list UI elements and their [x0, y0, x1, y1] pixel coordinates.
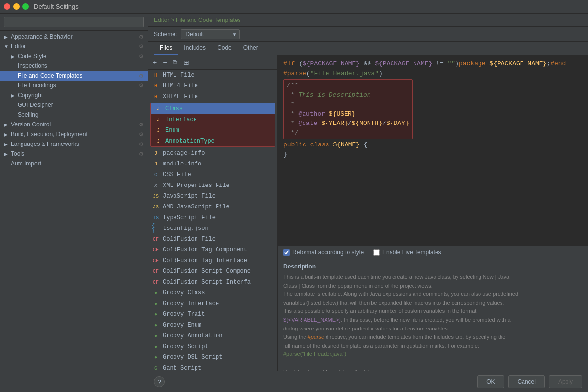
list-item[interactable]: CF ColdFusion Tag Interface: [148, 255, 277, 266]
minimize-button[interactable]: [13, 3, 20, 10]
sidebar-item-tools[interactable]: ▶ Tools ⚙: [0, 149, 148, 159]
sidebar-item-languages[interactable]: ▶ Languages & Frameworks ⚙: [0, 139, 148, 149]
file-item-label: HTML File: [163, 72, 195, 79]
file-item-label: Groovy Enum: [163, 322, 201, 329]
arrow-icon: [11, 63, 17, 69]
reformat-checkbox[interactable]: [283, 249, 290, 256]
xml-icon: X: [152, 182, 160, 189]
file-item-label: XHTML File: [163, 93, 198, 100]
list-item[interactable]: ● Groovy Class: [148, 288, 277, 298]
groovy-icon: ●: [152, 310, 160, 318]
description-area: Description This is a built-in template …: [278, 259, 588, 371]
comment-block: /** * This is Description * * @author ${…: [283, 79, 413, 139]
checkbox-row: Reformat according to style Enable Live …: [283, 249, 582, 256]
ok-button[interactable]: OK: [477, 375, 504, 388]
file-item-label: ColdFusion Tag Interface: [163, 257, 247, 264]
search-input[interactable]: [4, 17, 144, 27]
list-item[interactable]: ● Groovy Interface: [148, 298, 277, 309]
cancel-button[interactable]: Cancel: [508, 375, 545, 388]
js-icon: JS: [152, 192, 160, 200]
arrow-icon: [11, 112, 17, 118]
list-item[interactable]: CF ColdFusion File: [148, 234, 277, 245]
scheme-select-wrapper[interactable]: Default ▼: [181, 29, 240, 39]
sidebar-item-inspections[interactable]: Inspections: [0, 61, 148, 71]
list-item[interactable]: CF ColdFusion Tag Component: [148, 245, 277, 255]
help-button[interactable]: ?: [154, 376, 165, 387]
live-templates-label: Enable Live Templates: [382, 249, 441, 256]
sidebar-item-label: Build, Execution, Deployment: [11, 131, 87, 138]
gear-icon: ⚙: [139, 151, 144, 157]
search-box[interactable]: [0, 14, 148, 31]
scheme-select[interactable]: Default: [181, 29, 240, 39]
sidebar-section: ▶ Appearance & Behavior ⚙ ▼ Editor ⚙ ▶ C…: [0, 31, 148, 169]
list-item[interactable]: X XML Properties File: [148, 180, 277, 191]
list-item[interactable]: { } tsconfig.json: [148, 223, 277, 234]
window-controls[interactable]: [4, 3, 29, 10]
sidebar-item-autoimport[interactable]: Auto Import: [0, 159, 148, 168]
list-item[interactable]: J package-info: [148, 148, 277, 159]
list-item[interactable]: J module-info: [148, 159, 277, 169]
arrow-icon: ▶: [11, 93, 17, 98]
ts-icon: { }: [152, 225, 160, 232]
arrow-icon: ▶: [4, 151, 10, 157]
list-item[interactable]: CF ColdFusion Script Interfa: [148, 277, 277, 288]
java-icon: J: [154, 137, 162, 145]
tab-includes[interactable]: Includes: [178, 42, 212, 55]
sidebar-item-vcs[interactable]: ▶ Version Control ⚙: [0, 120, 148, 129]
list-item[interactable]: CF ColdFusion Script Compone: [148, 266, 277, 277]
list-item[interactable]: ● Groovy Annotation: [148, 330, 277, 341]
sidebar-item-copyright[interactable]: ▶ Copyright: [0, 90, 148, 100]
list-item[interactable]: C CSS File: [148, 169, 277, 180]
tab-files[interactable]: Files: [154, 42, 178, 55]
code-line: /**: [287, 81, 409, 90]
sidebar-item-appearance[interactable]: ▶ Appearance & Behavior ⚙: [0, 32, 148, 41]
list-item[interactable]: ● Groovy DSL Script: [148, 352, 277, 363]
list-item[interactable]: H HTML4 File: [148, 81, 277, 91]
live-templates-checkbox[interactable]: [373, 249, 380, 256]
list-item-class[interactable]: J Class: [151, 103, 275, 114]
sidebar-item-editor[interactable]: ▼ Editor ⚙: [0, 41, 148, 51]
code-line: public class ${NAME} {: [283, 140, 582, 150]
remove-template-button[interactable]: −: [161, 58, 169, 67]
maximize-button[interactable]: [22, 3, 29, 10]
list-item-enum[interactable]: J Enum: [151, 125, 275, 136]
close-button[interactable]: [4, 3, 10, 10]
list-item[interactable]: ● Groovy Script: [148, 341, 277, 352]
sidebar-item-build[interactable]: ▶ Build, Execution, Deployment ⚙: [0, 129, 148, 139]
sidebar-item-spelling[interactable]: Spelling: [0, 110, 148, 120]
move-template-button[interactable]: ⊞: [181, 58, 191, 67]
sidebar-item-label: Languages & Frameworks: [11, 141, 79, 147]
copy-template-button[interactable]: ⧉: [171, 57, 179, 67]
tab-other[interactable]: Other: [238, 42, 264, 55]
reformat-checkbox-label[interactable]: Reformat according to style: [283, 249, 364, 256]
arrow-icon: ▶: [11, 54, 17, 59]
list-item-interface[interactable]: J Interface: [151, 114, 275, 125]
list-item[interactable]: H HTML File: [148, 70, 277, 81]
list-item[interactable]: JS AMD JavaScript File: [148, 202, 277, 212]
list-item[interactable]: JS JavaScript File: [148, 191, 277, 202]
groovy-icon: ●: [152, 332, 160, 340]
sidebar-item-file-encodings[interactable]: File Encodings ⚙: [0, 81, 148, 90]
code-editor[interactable]: #if (${PACKAGE_NAME} && ${PACKAGE_NAME} …: [278, 55, 588, 246]
file-list: H HTML File H HTML4 File H XHTML File: [148, 70, 277, 371]
gear-icon: ⚙: [139, 122, 144, 128]
apply-button[interactable]: Apply: [549, 375, 582, 388]
tab-code[interactable]: Code: [212, 42, 238, 55]
file-list-toolbar: + − ⧉ ⊞: [148, 55, 277, 70]
list-item[interactable]: G Gant Script: [148, 363, 277, 371]
list-item[interactable]: H XHTML File: [148, 91, 277, 102]
list-item[interactable]: TS TypeScript File: [148, 212, 277, 223]
list-item-annotation[interactable]: J AnnotationType: [151, 136, 275, 146]
sidebar-item-file-templates[interactable]: File and Code Templates ⚙: [0, 71, 148, 81]
content-area: + − ⧉ ⊞ H HTML File H HTML4 File: [148, 55, 588, 371]
sidebar: ▶ Appearance & Behavior ⚙ ▼ Editor ⚙ ▶ C…: [0, 14, 148, 392]
sidebar-item-gui[interactable]: GUI Designer: [0, 100, 148, 110]
file-item-label: TypeScript File: [163, 214, 216, 221]
live-templates-checkbox-label[interactable]: Enable Live Templates: [373, 249, 441, 256]
list-item[interactable]: ● Groovy Enum: [148, 320, 277, 330]
file-item-label: AnnotationType: [165, 138, 215, 144]
add-template-button[interactable]: +: [151, 58, 159, 67]
sidebar-item-codestyle[interactable]: ▶ Code Style ⚙: [0, 51, 148, 61]
list-item[interactable]: ● Groovy Trait: [148, 309, 277, 320]
code-line: * This is Description: [287, 90, 409, 100]
